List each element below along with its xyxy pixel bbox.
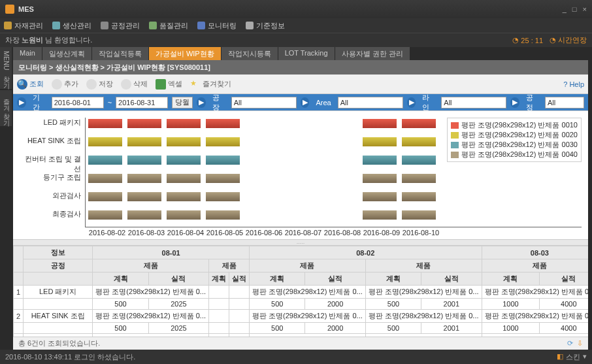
skin-icon[interactable]: ◧: [557, 352, 563, 362]
tab-6[interactable]: 사용자별 권한 관리: [335, 47, 410, 60]
excel-icon: [156, 79, 166, 90]
skin-label: 스킨: [566, 352, 580, 362]
date-from-input[interactable]: [52, 97, 104, 108]
chart-bar: [402, 174, 436, 183]
col-product: 제품: [250, 259, 366, 273]
factory-select[interactable]: [231, 97, 297, 108]
date-to-input[interactable]: [116, 97, 168, 108]
col-info: 정보: [24, 246, 93, 259]
sidebar-tab-favorites[interactable]: 즐겨 찾기: [0, 90, 12, 126]
tab-4[interactable]: 작업지시등록: [222, 47, 278, 60]
line-select[interactable]: [441, 97, 506, 108]
table-row[interactable]: 50020255002000500200110004000: [14, 323, 589, 334]
menu-생산관리[interactable]: 생산관리: [52, 21, 91, 31]
chart-bar: [127, 210, 161, 220]
col-actual: 실적: [148, 273, 208, 286]
table-row[interactable]: 50020255002000500200110004000: [14, 299, 589, 310]
menu-자재관리[interactable]: 자재관리: [4, 21, 43, 31]
col-actual: 실적: [229, 273, 250, 286]
filter-go-1[interactable]: ▶: [197, 97, 206, 108]
chart-bar: [363, 119, 397, 128]
chart-bar: [402, 210, 436, 220]
table-row[interactable]: 2HEAT SINK 조립평판 조명(298x298x12) 반제품 0...평…: [14, 310, 589, 323]
grid-refresh-icon[interactable]: ⟳: [567, 339, 573, 348]
add-button[interactable]: 추가: [52, 79, 78, 90]
chart-bar: [206, 192, 240, 201]
filter-go-2[interactable]: ▶: [301, 97, 310, 108]
skin-dropdown-icon[interactable]: ▾: [583, 352, 587, 362]
menu-icon: [246, 22, 254, 29]
area-select[interactable]: [338, 97, 403, 108]
current-month-button[interactable]: [172, 97, 193, 108]
filter-go-4[interactable]: ▶: [510, 97, 519, 108]
plus-icon: [52, 79, 62, 90]
menu-icon: [52, 22, 60, 29]
cell-product: 평판 조명(298x298x12) 반제품 0...: [93, 310, 209, 323]
menu-품질관리[interactable]: 품질관리: [149, 21, 188, 31]
extend-session-button[interactable]: ◔ 시간연장: [550, 35, 587, 45]
splitter[interactable]: ·····: [13, 239, 588, 246]
window-maximize-button[interactable]: □: [572, 5, 577, 13]
process-select[interactable]: [545, 97, 584, 108]
window-close-button[interactable]: ×: [583, 5, 587, 13]
legend-item: 평판 조명(298x298x12) 반제품 0040: [451, 150, 578, 159]
chart-bar: [363, 210, 397, 220]
col-actual: 실적: [540, 273, 588, 286]
app-title: MES: [18, 5, 559, 13]
filter-go-3[interactable]: ▶: [407, 97, 416, 108]
table-row[interactable]: 1LED 패키지평판 조명(298x298x12) 반제품 0...평판 조명(…: [14, 286, 589, 299]
legend-item: 평판 조명(298x298x12) 반제품 0030: [451, 140, 578, 150]
chart-xlabel: 2016-08-03: [127, 229, 166, 237]
col-date: 08-02: [250, 246, 482, 259]
help-button[interactable]: ?Help: [563, 80, 584, 88]
filter-expand-button[interactable]: ▶: [17, 97, 26, 108]
legend-item: 평판 조명(298x298x12) 반제품 0010: [451, 120, 578, 130]
menu-icon: [149, 22, 157, 29]
legend-swatch-icon: [451, 122, 459, 129]
search-button[interactable]: 🔍조회: [17, 79, 44, 90]
session-clock: ◔ 25 : 11: [512, 35, 543, 45]
chart-bar: [206, 119, 240, 128]
tab-5[interactable]: LOT Tracking: [278, 47, 335, 60]
page-body: 모니터링 > 생산실적현황 > 가공설비 WIP현황 [SYS080011] 🔍…: [13, 60, 588, 350]
menu-icon: [4, 22, 12, 29]
cell-process: LED 패키지: [24, 286, 93, 299]
title-bar: MES _ □ ×: [0, 0, 592, 18]
menu-기준정보[interactable]: 기준정보: [246, 21, 285, 31]
chart-xlabel: 2016-08-06: [244, 229, 284, 237]
grid-export-icon[interactable]: ⇩: [577, 339, 583, 348]
chart-xlabel: 2016-08-02: [88, 229, 127, 237]
chart-xlabel: 2016-08-09: [362, 229, 401, 237]
tab-0[interactable]: Main: [13, 47, 42, 60]
tab-3[interactable]: 가공설비 WIP현황: [149, 47, 221, 60]
chart-bar: [206, 137, 240, 146]
chart-ylabel: 컨버터 조립 및 결선: [20, 154, 81, 163]
legend-item: 평판 조명(298x298x12) 반제품 0020: [451, 130, 578, 140]
delete-button[interactable]: 삭제: [121, 79, 148, 90]
delete-icon: [121, 79, 131, 90]
chart-xlabel: 2016-08-07: [284, 229, 323, 237]
col-plan: 계획: [365, 273, 421, 286]
tab-2[interactable]: 작업실적등록: [92, 47, 148, 60]
sidebar-tab-menu[interactable]: MENU 찾기: [0, 47, 12, 89]
breadcrumb: 모니터링 > 생산실적현황 > 가공설비 WIP현황 [SYS080011]: [13, 60, 588, 74]
col-process: 공정: [24, 259, 93, 273]
favorite-button[interactable]: ★즐겨찾기: [190, 79, 231, 90]
col-plan: 계획: [209, 273, 229, 286]
legend-swatch-icon: [451, 152, 459, 158]
legend-swatch-icon: [451, 132, 459, 139]
chart-ylabel: 외관검사: [20, 191, 81, 200]
menu-icon: [101, 22, 108, 29]
data-grid[interactable]: 정보08-0108-0208-03공정제품제품제품제품제품계획실적계획실적계획실…: [13, 246, 588, 337]
chart-bar: [88, 137, 122, 146]
menu-모니터링[interactable]: 모니터링: [197, 21, 237, 31]
chart-bar: [167, 156, 201, 165]
tab-1[interactable]: 일생산계획: [42, 47, 91, 60]
chart-bar: [206, 174, 240, 183]
save-button[interactable]: 저장: [86, 79, 113, 90]
menu-공정관리[interactable]: 공정관리: [101, 21, 140, 31]
chart-bar: [363, 192, 397, 201]
excel-button[interactable]: 엑셀: [156, 79, 182, 90]
window-minimize-button[interactable]: _: [563, 5, 567, 13]
clock-icon: ◔: [550, 36, 556, 44]
